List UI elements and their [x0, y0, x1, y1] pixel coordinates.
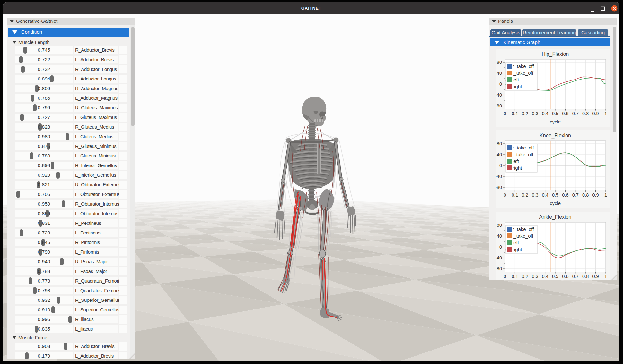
svg-text:right: right — [513, 84, 522, 89]
svg-text:0.3: 0.3 — [532, 274, 538, 279]
svg-text:0.2: 0.2 — [522, 111, 528, 116]
svg-text:1: 1 — [604, 192, 607, 198]
svg-text:right: right — [513, 247, 522, 252]
svg-text:0.5: 0.5 — [552, 111, 558, 116]
svg-text:0: 0 — [504, 192, 506, 198]
svg-text:r_take_off: r_take_off — [513, 63, 534, 69]
svg-text:0.6: 0.6 — [562, 111, 568, 116]
svg-text:40: 40 — [497, 152, 502, 157]
svg-text:l_take_off: l_take_off — [513, 233, 534, 239]
svg-text:0.8: 0.8 — [582, 274, 589, 279]
svg-text:l_take_off: l_take_off — [513, 152, 534, 157]
svg-text:1: 1 — [604, 111, 607, 116]
svg-text:0.3: 0.3 — [532, 192, 538, 198]
svg-text:80: 80 — [497, 60, 502, 65]
svg-text:0.1: 0.1 — [512, 111, 518, 116]
svg-text:0.9: 0.9 — [592, 274, 599, 279]
svg-text:40: 40 — [497, 233, 502, 239]
svg-text:Hip_Flexion: Hip_Flexion — [542, 51, 569, 57]
svg-text:left: left — [513, 158, 519, 164]
svg-text:80: 80 — [497, 223, 502, 228]
svg-text:0.2: 0.2 — [522, 192, 528, 198]
svg-text:cycle: cycle — [550, 200, 561, 206]
svg-text:80: 80 — [497, 141, 502, 146]
svg-text:0.7: 0.7 — [572, 274, 579, 279]
svg-text:right: right — [513, 165, 522, 171]
svg-text:-80: -80 — [496, 103, 502, 108]
svg-text:0.5: 0.5 — [552, 274, 558, 279]
svg-text:0.4: 0.4 — [542, 192, 548, 198]
svg-text:0.5: 0.5 — [552, 192, 558, 198]
svg-text:1: 1 — [604, 274, 607, 279]
svg-text:0: 0 — [504, 111, 506, 116]
svg-text:0.8: 0.8 — [582, 111, 589, 116]
svg-text:-40: -40 — [496, 255, 502, 260]
svg-text:cycle: cycle — [550, 119, 561, 124]
svg-text:0.3: 0.3 — [532, 111, 538, 116]
svg-text:0.9: 0.9 — [592, 192, 599, 198]
svg-text:l_take_off: l_take_off — [513, 70, 534, 76]
svg-text:-40: -40 — [496, 174, 502, 179]
svg-text:-80: -80 — [496, 185, 502, 190]
svg-text:Knee_Flexion: Knee_Flexion — [540, 133, 571, 139]
svg-text:r_take_off: r_take_off — [513, 145, 534, 150]
svg-text:0.1: 0.1 — [512, 192, 518, 198]
svg-text:0.6: 0.6 — [562, 274, 568, 279]
svg-text:0.1: 0.1 — [512, 274, 518, 279]
svg-text:0.4: 0.4 — [542, 111, 548, 116]
svg-text:0.9: 0.9 — [592, 111, 599, 116]
svg-text:0: 0 — [499, 163, 502, 168]
svg-text:0: 0 — [499, 81, 502, 87]
svg-text:40: 40 — [497, 71, 502, 76]
svg-text:0.8: 0.8 — [582, 192, 589, 198]
svg-text:Ankle_Flexion: Ankle_Flexion — [539, 214, 572, 220]
svg-text:-40: -40 — [496, 92, 502, 97]
svg-text:0.4: 0.4 — [542, 274, 548, 279]
svg-text:0.6: 0.6 — [562, 192, 568, 198]
svg-text:0: 0 — [499, 244, 502, 250]
svg-text:0.2: 0.2 — [522, 274, 528, 279]
svg-text:0.7: 0.7 — [572, 111, 579, 116]
svg-text:r_take_off: r_take_off — [513, 226, 534, 232]
svg-text:0.7: 0.7 — [572, 192, 579, 198]
svg-text:left: left — [513, 240, 519, 245]
svg-text:-80: -80 — [496, 266, 502, 271]
svg-text:0: 0 — [504, 274, 506, 279]
svg-text:left: left — [513, 77, 519, 82]
